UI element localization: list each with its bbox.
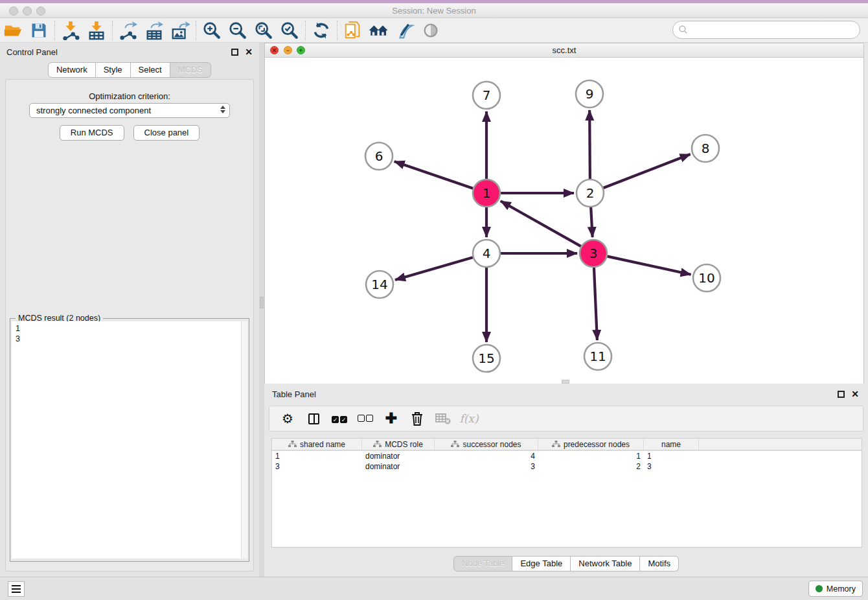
column-header-successor-nodes[interactable]: successor nodes: [435, 439, 538, 450]
zoom-in-button[interactable]: [199, 19, 225, 41]
show-hide-style-button[interactable]: [392, 19, 418, 41]
select-all-button[interactable]: ✓✓: [328, 408, 351, 429]
table-cell[interactable]: 1: [644, 452, 699, 461]
table-cell[interactable]: 3: [272, 462, 362, 471]
attribute-tree-icon: [552, 441, 560, 448]
import-network-button[interactable]: [58, 19, 84, 41]
panel-divider[interactable]: [259, 43, 264, 577]
run-mcds-button[interactable]: Run MCDS: [60, 125, 124, 141]
save-floppy-icon: [30, 21, 48, 40]
edge-2-3[interactable]: [591, 207, 592, 237]
network-window-titlebar[interactable]: ✕ − + scc.txt: [265, 43, 863, 58]
graph-node-label-8: 8: [702, 141, 710, 156]
toolbar-separator: [305, 21, 306, 40]
columns-icon: [308, 413, 319, 424]
network-graph[interactable]: 7968124314101511: [265, 58, 863, 384]
delete-table-icon: [435, 412, 451, 425]
table-cell[interactable]: dominator: [362, 452, 435, 461]
open-session-button[interactable]: [0, 19, 26, 41]
export-table-button[interactable]: [141, 19, 167, 41]
trash-icon: [410, 411, 424, 426]
zoom-selected-button[interactable]: [277, 19, 303, 41]
table-cell[interactable]: 1: [538, 452, 644, 461]
eye-icon: [421, 21, 440, 40]
paint-style-icon: [395, 21, 415, 40]
tab-edge-table[interactable]: Edge Table: [512, 556, 571, 571]
edge-3-10[interactable]: [607, 257, 691, 275]
open-folder-icon: [3, 21, 23, 40]
table-cell[interactable]: 2: [538, 462, 644, 471]
zoom-selected-icon: [280, 21, 299, 40]
edge-3-11[interactable]: [594, 268, 597, 340]
close-panel-button[interactable]: Close panel: [133, 125, 200, 141]
mcds-result-text[interactable]: 1 3: [12, 321, 241, 559]
column-header-predecessor-nodes[interactable]: predecessor nodes: [538, 439, 644, 450]
apply-layout-button[interactable]: [308, 19, 334, 41]
refresh-icon: [312, 21, 330, 40]
tab-style[interactable]: Style: [96, 62, 131, 78]
table-row[interactable]: 3dominator323: [272, 461, 862, 472]
edge-2-8[interactable]: [604, 154, 691, 188]
import-network-icon: [61, 21, 80, 40]
table-close-panel-icon[interactable]: ✕: [851, 389, 859, 398]
export-network-button[interactable]: [115, 19, 141, 41]
table-float-panel-icon[interactable]: [838, 391, 845, 398]
network-canvas[interactable]: 7968124314101511: [265, 58, 863, 384]
zoom-fit-button[interactable]: [251, 19, 277, 41]
table-panel-title: Table Panel: [272, 389, 838, 399]
deselect-all-button[interactable]: [354, 408, 377, 429]
edge-1-6[interactable]: [394, 161, 474, 189]
column-label: name: [661, 440, 681, 449]
edge-3-1[interactable]: [501, 201, 581, 246]
add-row-button[interactable]: ✚: [380, 408, 403, 429]
table-cell[interactable]: dominator: [362, 462, 435, 471]
table-cell[interactable]: 3: [644, 462, 699, 471]
graph-node-label-7: 7: [483, 87, 491, 103]
gear-icon: ⚙: [282, 411, 293, 426]
column-header-MCDS-role[interactable]: MCDS role: [362, 439, 435, 450]
edge-4-14[interactable]: [395, 257, 473, 280]
delete-table-button[interactable]: [431, 408, 455, 429]
table-cell[interactable]: 3: [435, 462, 538, 471]
tab-network-table[interactable]: Network Table: [571, 556, 640, 571]
table-row[interactable]: 1dominator411: [272, 451, 862, 461]
tab-node-table[interactable]: Node Table: [453, 556, 513, 571]
node-table[interactable]: shared nameMCDS rolesuccessor nodesprede…: [271, 438, 862, 548]
column-header-shared-name[interactable]: shared name: [272, 439, 362, 450]
task-history-button[interactable]: [8, 581, 25, 597]
table-settings-button[interactable]: ⚙: [276, 408, 299, 429]
tab-network[interactable]: Network: [48, 62, 96, 78]
delete-row-button[interactable]: [405, 408, 429, 429]
zoom-out-icon: [228, 21, 247, 40]
tab-motifs[interactable]: Motifs: [640, 556, 679, 571]
attribute-tree-icon: [451, 441, 459, 448]
save-session-button[interactable]: [26, 19, 52, 41]
column-header-name[interactable]: name: [644, 439, 699, 450]
tab-select[interactable]: Select: [131, 62, 170, 78]
control-panel-header: Control Panel ✕: [0, 43, 259, 61]
window-resize-grip[interactable]: [562, 380, 569, 384]
float-panel-icon[interactable]: [231, 49, 238, 56]
function-builder-button[interactable]: f(x): [457, 408, 481, 429]
zoom-out-button[interactable]: [225, 19, 251, 41]
table-cell[interactable]: 1: [272, 452, 362, 461]
result-scrollbar[interactable]: [241, 321, 247, 559]
column-visibility-button[interactable]: [302, 408, 325, 429]
clone-network-button[interactable]: [340, 19, 366, 41]
network-file-title: scc.txt: [265, 45, 863, 55]
tab-mcds[interactable]: MCDS: [170, 62, 211, 78]
optimization-criterion-label: Optimization criterion:: [6, 91, 253, 101]
edge-2-9[interactable]: [589, 110, 590, 179]
table-cell[interactable]: 4: [435, 452, 538, 461]
import-table-icon: [87, 21, 106, 40]
export-image-button[interactable]: [167, 19, 193, 41]
show-hide-view-button[interactable]: [418, 19, 444, 41]
import-table-button[interactable]: [84, 19, 109, 41]
close-panel-icon[interactable]: ✕: [245, 47, 253, 56]
optimization-criterion-select[interactable]: strongly connected component: [29, 103, 230, 118]
column-label: successor nodes: [463, 440, 521, 449]
memory-button[interactable]: Memory: [808, 581, 863, 597]
first-neighbors-button[interactable]: [366, 19, 392, 41]
global-search-input[interactable]: [672, 21, 860, 39]
divider-grip[interactable]: [260, 297, 264, 308]
